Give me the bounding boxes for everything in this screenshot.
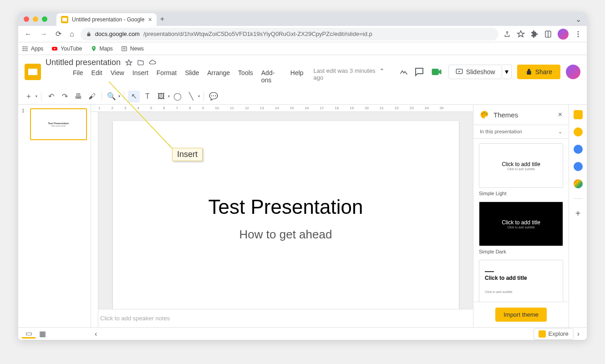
reload-button[interactable]: ⟳ bbox=[54, 28, 63, 40]
slides-logo-icon[interactable] bbox=[25, 64, 41, 80]
menu-bar: File Edit View Insert Format Slide Arran… bbox=[46, 67, 395, 86]
menu-arrange[interactable]: Arrange bbox=[203, 67, 234, 86]
tasks-icon[interactable] bbox=[574, 145, 583, 154]
menu-edit[interactable]: Edit bbox=[88, 67, 106, 86]
new-tab-button[interactable]: + bbox=[160, 15, 164, 23]
line-button[interactable]: ╲ bbox=[185, 91, 197, 102]
collapse-header-icon[interactable]: ⌃ bbox=[379, 67, 388, 86]
extensions-icon[interactable] bbox=[530, 30, 539, 38]
menu-view[interactable]: View bbox=[107, 67, 128, 86]
slide-title-text[interactable]: Test Presentation bbox=[208, 196, 363, 218]
expand-side-panel-icon[interactable]: › bbox=[574, 330, 583, 338]
star-icon[interactable] bbox=[125, 59, 132, 66]
last-edit-text[interactable]: Last edit was 3 minutes ago bbox=[314, 67, 378, 86]
comments-icon[interactable] bbox=[414, 66, 425, 77]
browser-menu-icon[interactable] bbox=[574, 30, 582, 38]
share-button[interactable]: Share bbox=[517, 65, 560, 79]
slide-subtitle-text[interactable]: How to get ahead bbox=[239, 228, 332, 242]
textbox-button[interactable]: T bbox=[142, 91, 153, 102]
calendar-icon[interactable] bbox=[574, 110, 583, 119]
bookmark-youtube[interactable]: YouTube bbox=[51, 46, 82, 52]
meet-icon[interactable] bbox=[430, 66, 443, 78]
document-title[interactable]: Untitled presentation bbox=[46, 58, 121, 67]
browser-tab-bar: Untitled presentation - Google × + ⌄ bbox=[18, 12, 587, 26]
shape-button[interactable]: ◯ bbox=[172, 91, 183, 102]
close-window-button[interactable] bbox=[24, 16, 29, 22]
star-icon[interactable] bbox=[517, 30, 525, 38]
zoom-dropdown[interactable]: ▾ bbox=[118, 94, 120, 98]
redo-button[interactable]: ↷ bbox=[59, 91, 71, 102]
expand-dropdown-icon[interactable]: ⌄ bbox=[575, 15, 581, 24]
contacts-icon[interactable] bbox=[574, 162, 583, 171]
menu-addons[interactable]: Add-ons bbox=[258, 67, 286, 86]
filmstrip-view-button[interactable]: ▭ bbox=[22, 329, 36, 339]
add-addon-icon[interactable]: + bbox=[574, 209, 583, 218]
url-path: /presentation/d/1hxWtqwZoiC5Do5VFD1k19sY… bbox=[143, 30, 372, 37]
side-addons-panel: + bbox=[569, 105, 587, 327]
account-avatar[interactable] bbox=[566, 65, 580, 79]
svg-point-23 bbox=[486, 113, 487, 115]
cloud-saved-icon[interactable] bbox=[149, 59, 156, 66]
profile-avatar[interactable] bbox=[558, 29, 569, 40]
themes-section-header[interactable]: In this presentation ⌄ bbox=[473, 125, 569, 139]
share-icon[interactable] bbox=[503, 30, 511, 38]
browser-tab[interactable]: Untitled presentation - Google × bbox=[56, 13, 157, 26]
new-slide-button[interactable]: + bbox=[23, 91, 35, 102]
grid-view-button[interactable]: ▦ bbox=[36, 329, 49, 339]
menu-insert[interactable]: Insert bbox=[129, 67, 152, 86]
bookmark-maps[interactable]: Maps bbox=[91, 46, 113, 52]
undo-button[interactable]: ↶ bbox=[45, 91, 57, 102]
reading-list-icon[interactable] bbox=[544, 30, 552, 38]
svg-rect-19 bbox=[432, 69, 438, 75]
menu-format[interactable]: Format bbox=[153, 67, 180, 86]
collapse-thumbnails-icon[interactable]: ‹ bbox=[95, 330, 97, 338]
palette-icon bbox=[480, 110, 489, 119]
paint-format-button[interactable]: 🖌 bbox=[86, 91, 98, 102]
svg-point-4 bbox=[578, 35, 579, 37]
bookmark-news[interactable]: News bbox=[121, 46, 144, 52]
menu-slide[interactable]: Slide bbox=[181, 67, 203, 86]
forward-button[interactable]: → bbox=[38, 28, 49, 40]
menu-file[interactable]: File bbox=[69, 67, 87, 86]
move-folder-icon[interactable] bbox=[137, 59, 144, 66]
theme-streamline[interactable]: Click to add titleClick to add subtitle … bbox=[479, 260, 563, 302]
print-button[interactable]: 🖶 bbox=[72, 91, 84, 102]
close-tab-icon[interactable]: × bbox=[148, 16, 152, 23]
svg-rect-10 bbox=[26, 48, 27, 49]
url-host: docs.google.com bbox=[95, 30, 140, 37]
address-bar[interactable]: docs.google.com/presentation/d/1hxWtqwZo… bbox=[81, 28, 498, 40]
zoom-button[interactable]: 🔍 bbox=[106, 91, 117, 102]
keep-icon[interactable] bbox=[574, 127, 583, 136]
import-theme-button[interactable]: Import theme bbox=[495, 308, 547, 322]
back-button[interactable]: ← bbox=[23, 28, 34, 40]
maps-addon-icon[interactable] bbox=[574, 179, 583, 188]
slide-canvas[interactable]: Test Presentation How to get ahead bbox=[113, 121, 459, 309]
select-tool-button[interactable]: ↖ bbox=[128, 91, 140, 102]
menu-tools[interactable]: Tools bbox=[234, 67, 257, 86]
home-button[interactable]: ⌂ bbox=[68, 28, 76, 40]
image-dropdown[interactable]: ▾ bbox=[168, 94, 170, 98]
theme-simple-light[interactable]: Click to add titleClick to add subtitle … bbox=[479, 143, 563, 196]
bookmark-apps[interactable]: Apps bbox=[22, 46, 43, 52]
close-panel-icon[interactable]: × bbox=[558, 111, 562, 119]
activity-icon[interactable] bbox=[399, 67, 408, 76]
minimize-window-button[interactable] bbox=[33, 16, 38, 22]
line-dropdown[interactable]: ▾ bbox=[198, 94, 200, 98]
svg-rect-7 bbox=[26, 46, 27, 47]
slideshow-button[interactable]: Slideshow bbox=[448, 65, 502, 79]
slide-thumbnail[interactable]: 1 Test Presentation How to get ahead bbox=[22, 108, 87, 140]
thumbnail-preview: Test Presentation How to get ahead bbox=[30, 108, 87, 140]
speaker-notes[interactable]: Click to add speaker notes bbox=[91, 309, 473, 327]
play-icon bbox=[455, 68, 463, 76]
themes-list: Click to add titleClick to add subtitle … bbox=[473, 139, 569, 302]
comment-button[interactable]: 💬 bbox=[208, 91, 219, 102]
canvas-area: 1234567891011121314151617181920212223242… bbox=[91, 105, 473, 327]
slideshow-dropdown[interactable]: ▾ bbox=[502, 64, 512, 79]
explore-button[interactable]: Explore bbox=[534, 328, 574, 340]
maximize-window-button[interactable] bbox=[42, 16, 47, 22]
lock-icon bbox=[525, 68, 533, 76]
theme-simple-dark[interactable]: Click to add titleClick to add subtitle … bbox=[479, 202, 563, 254]
new-slide-dropdown[interactable]: ▾ bbox=[36, 94, 37, 98]
image-button[interactable]: 🖼 bbox=[155, 91, 167, 102]
menu-help[interactable]: Help bbox=[287, 67, 307, 86]
